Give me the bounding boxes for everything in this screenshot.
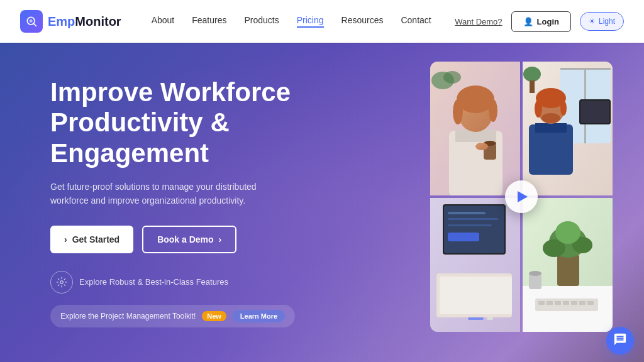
hero-buttons: › Get Started Book a Demo › [50,226,302,253]
svg-rect-36 [448,212,486,214]
svg-rect-54 [555,301,561,305]
svg-rect-38 [448,224,492,226]
svg-point-48 [555,221,580,244]
explore-features: Explore Robust & Best-in-Class Features [50,271,302,293]
svg-point-22 [523,67,541,82]
svg-point-15 [475,143,488,150]
sun-icon: ☀ [589,17,596,26]
get-started-button[interactable]: › Get Started [50,226,133,253]
navbar: EmpMonitor About Features Products Prici… [0,0,644,43]
hero-image-plant-desk [523,198,613,332]
hero-image-man-working [430,198,520,332]
nav-features[interactable]: Features [192,15,226,28]
nav-resources[interactable]: Resources [341,15,384,28]
hero-content: Improve Workforce Productivity & Engagem… [0,77,352,327]
svg-point-28 [535,100,542,118]
hero-image-grid [430,62,613,332]
hero-section: Improve Workforce Productivity & Engagem… [0,43,644,362]
svg-point-3 [60,281,64,284]
nav-right: Want Demo? 👤 Login ☀ Light [455,11,624,32]
explore-label: Explore Robust & Best-in-Class Features [79,277,228,287]
svg-rect-52 [538,301,545,305]
nav-products[interactable]: Products [245,15,279,28]
login-button[interactable]: 👤 Login [511,11,571,32]
svg-rect-44 [557,255,579,286]
person-icon: 👤 [523,17,533,26]
svg-rect-58 [587,301,594,305]
svg-rect-37 [448,218,498,220]
svg-point-30 [541,113,560,123]
logo-icon [20,10,43,33]
svg-point-2 [30,19,33,23]
svg-rect-56 [571,301,577,305]
svg-line-1 [33,23,36,26]
svg-rect-53 [547,301,553,305]
svg-point-12 [489,99,497,122]
learn-more-button[interactable]: Learn More [233,310,285,322]
play-button[interactable] [505,180,538,213]
svg-rect-23 [530,80,535,93]
features-icon [50,271,73,293]
nav-contact[interactable]: Contact [401,15,431,28]
toolkit-bar: Explore the Project Management Toolkit! … [50,305,295,327]
hero-image-woman [430,62,520,195]
toolkit-text: Explore the Project Management Toolkit! [60,312,196,321]
nav-about[interactable]: About [152,15,175,28]
svg-rect-57 [579,301,586,305]
svg-rect-55 [563,301,569,305]
want-demo-link[interactable]: Want Demo? [455,17,502,26]
nav-links: About Features Products Pricing Resource… [152,15,455,28]
svg-rect-39 [448,233,479,241]
svg-rect-33 [440,277,512,314]
svg-point-6 [443,71,461,84]
logo[interactable]: EmpMonitor [20,10,121,33]
svg-point-50 [529,271,541,276]
arrow-right-icon: › [64,234,67,244]
svg-rect-40 [468,317,484,320]
svg-rect-25 [535,123,567,133]
chat-bubble-button[interactable] [606,327,634,354]
new-badge: New [202,311,226,321]
svg-rect-41 [487,317,493,320]
arrow-right-icon: › [219,234,222,244]
nav-pricing[interactable]: Pricing [297,15,324,28]
hero-subtitle: Get future-proof solutions to manage you… [50,180,264,208]
svg-point-29 [560,101,567,116]
svg-point-11 [453,99,463,124]
light-mode-button[interactable]: ☀ Light [580,12,624,31]
svg-rect-21 [580,101,609,123]
hero-title: Improve Workforce Productivity & Engagem… [50,77,302,168]
play-icon [518,191,528,202]
book-demo-button[interactable]: Book a Demo › [142,226,236,253]
chat-icon [613,332,627,349]
hero-image-office [523,62,613,195]
logo-text: EmpMonitor [48,14,121,29]
